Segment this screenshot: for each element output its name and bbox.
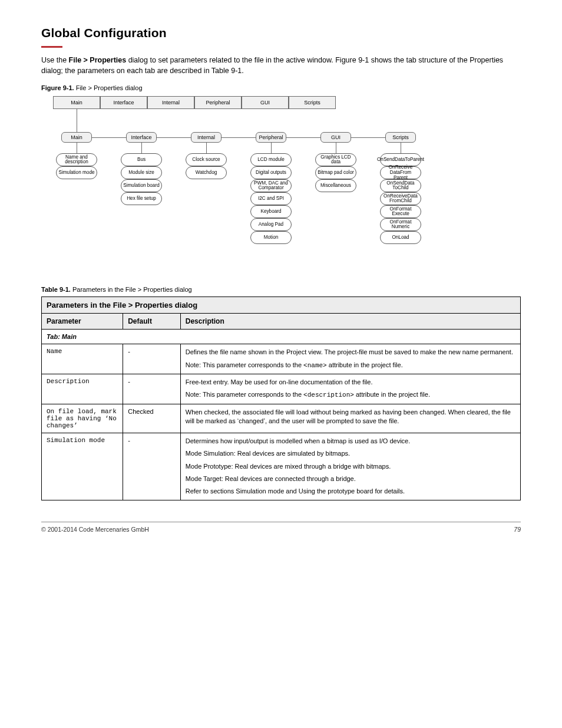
- properties-parameters-table: Parameters in the File > Properties dial…: [41, 297, 521, 500]
- diagram-branch: GUI: [320, 132, 351, 143]
- diagram-branch: Interface: [126, 132, 157, 143]
- diagram-branch: Internal: [191, 132, 222, 143]
- figure-caption: Figure 9-1. File > Properties dialog: [41, 84, 521, 91]
- diagram-item: Watchdog: [186, 166, 227, 179]
- diagram-item: Clock source: [186, 153, 227, 166]
- diagram-tab: Scripts: [289, 96, 336, 109]
- diagram-item: LCD module: [250, 153, 292, 166]
- diagram-tab: Interface: [100, 96, 147, 109]
- section-title: Global Configuration: [41, 26, 521, 40]
- page-footer: © 2001-2014 Code Mercenaries GmbH 79: [41, 522, 521, 533]
- diagram-item: Analog Pad: [250, 218, 292, 231]
- param-name: Description: [42, 374, 123, 404]
- diagram-item: Name and description: [56, 153, 97, 166]
- param-description: When checked, the associated file will l…: [180, 404, 520, 433]
- diagram-branch: Peripheral: [256, 132, 286, 143]
- param-default: -: [123, 433, 181, 500]
- table-caption: Table 9-1. Parameters in the File > Prop…: [41, 286, 521, 293]
- table-row: Name - Defines the file name shown in th…: [42, 344, 521, 374]
- diagram-branch: Scripts: [385, 132, 416, 143]
- diagram-item: Simulation mode: [56, 166, 97, 179]
- param-name: Simulation mode: [42, 433, 123, 500]
- diagram-item: Bus: [121, 153, 162, 166]
- table-row: Simulation mode - Determines how input/o…: [42, 433, 521, 500]
- accent-line: [41, 46, 62, 48]
- diagram-item: OnReceive DataFrom Parent: [380, 166, 421, 179]
- diagram-item: Hex file setup: [121, 192, 162, 205]
- diagram-item: Miscellaneous: [315, 179, 356, 192]
- param-name: On file load, mark file as having ‘No ch…: [42, 404, 123, 433]
- table-header: Description: [180, 314, 520, 330]
- param-default: Checked: [123, 404, 181, 433]
- table-header: Parameter: [42, 314, 123, 330]
- footer-copyright: © 2001-2014 Code Mercenaries GmbH: [41, 526, 149, 533]
- diagram-item: OnFormat Execute: [380, 205, 421, 218]
- param-description: Free-text entry. May be used for on-line…: [180, 374, 520, 404]
- table-row: Description - Free-text entry. May be us…: [42, 374, 521, 404]
- intro-paragraph: Use the File > Properties dialog to set …: [41, 55, 521, 76]
- diagram-item: Graphics LCD data: [315, 153, 356, 166]
- properties-dialog-diagram: Main Interface Internal Peripheral GUI S…: [41, 96, 418, 273]
- table-header: Default: [123, 314, 181, 330]
- diagram-item: Bitmap pad color: [315, 166, 356, 179]
- param-description: Defines the file name shown in the Proje…: [180, 344, 520, 374]
- diagram-item: Keyboard: [250, 205, 292, 218]
- page-number: 79: [514, 526, 521, 533]
- param-default: -: [123, 374, 181, 404]
- param-description: Determines how input/output is modelled …: [180, 433, 520, 500]
- table-title: Parameters in the File > Properties dial…: [42, 297, 521, 314]
- param-name: Name: [42, 344, 123, 374]
- diagram-tab: Internal: [147, 96, 194, 109]
- param-default: -: [123, 344, 181, 374]
- diagram-item: OnFormat Numeric: [380, 218, 421, 231]
- diagram-item: Digital outputs: [250, 166, 292, 179]
- diagram-item: Motion: [250, 231, 292, 244]
- diagram-item: Module size: [121, 166, 162, 179]
- diagram-item: OnReceiveData FromChild: [380, 192, 421, 205]
- diagram-item: Simulation board: [121, 179, 162, 192]
- diagram-tab: Main: [53, 96, 100, 109]
- diagram-branch: Main: [61, 132, 92, 143]
- diagram-item: OnLoad: [380, 231, 421, 244]
- diagram-item: OnSendData ToChild: [380, 179, 421, 192]
- diagram-tab: Peripheral: [194, 96, 242, 109]
- diagram-item: I2C and SPI: [250, 192, 292, 205]
- table-row: On file load, mark file as having ‘No ch…: [42, 404, 521, 433]
- table-group: Tab: Main: [42, 330, 521, 344]
- diagram-tab: GUI: [242, 96, 289, 109]
- diagram-item: PWM, DAC and Comparator: [250, 179, 292, 192]
